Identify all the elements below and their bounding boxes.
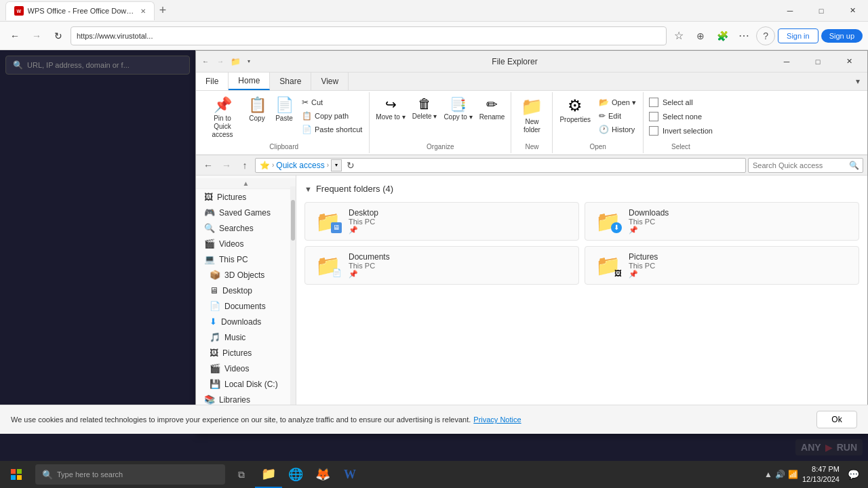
maximize-button[interactable]: □ (806, 0, 837, 22)
taskbar-app-edge[interactable]: 🌐 (282, 461, 309, 488)
copy-to-button[interactable]: 📑 Copy to ▾ (440, 94, 475, 123)
paste-button[interactable]: 📄 Paste (271, 94, 298, 125)
tab-close-icon[interactable]: ✕ (140, 7, 146, 15)
fe-back-icon[interactable]: ← (199, 55, 212, 68)
sidebar-item-3d-objects[interactable]: 📦 3D Objects (196, 267, 296, 283)
sign-up-button[interactable]: Sign up (821, 29, 863, 43)
paste-shortcut-button[interactable]: 📄 Paste shortcut (298, 123, 366, 136)
tab-view[interactable]: View (311, 73, 349, 90)
tab-file[interactable]: File (196, 73, 229, 90)
open-group: ⚙ Properties 📂 Open ▾ ✏ Edit (553, 92, 644, 153)
sidebar-item-pictures[interactable]: 🖼 Pictures (196, 189, 296, 205)
breadcrumb-item[interactable]: Quick access (276, 161, 324, 170)
taskbar-time[interactable]: 8:47 PM 12/13/2024 (802, 464, 840, 485)
organize-group: ↪ Move to ▾ 🗑 Delete ▾ 📑 Copy to ▾ ✏ (370, 92, 511, 153)
fe-minimize-button[interactable]: ─ (771, 51, 802, 73)
taskbar-app-firefox[interactable]: 🦊 (309, 461, 336, 488)
select-all-button[interactable]: Select all (646, 96, 715, 108)
pin-quick-access-button[interactable]: 📌 Pin to Quickaccess (201, 94, 243, 142)
copy-button[interactable]: 📋 Copy (243, 94, 271, 125)
sidebar-item-downloads[interactable]: ⬇ Downloads (196, 314, 296, 329)
privacy-notice-link[interactable]: Privacy Notice (473, 415, 521, 424)
help-icon[interactable]: ? (756, 26, 775, 45)
sidebar-item-saved-games[interactable]: 🎮 Saved Games (196, 205, 296, 220)
browser-tab[interactable]: W WPS Office - Free Office Downl... ✕ (5, 1, 155, 20)
task-view-button[interactable]: ⧉ (228, 461, 255, 488)
address-bar[interactable] (71, 26, 667, 45)
edit-button[interactable]: ✏ Edit (595, 110, 640, 122)
taskbar-app-explorer[interactable]: 📁 (255, 461, 282, 488)
nav-up-button[interactable]: ↑ (237, 157, 253, 174)
cut-button[interactable]: ✂ Cut (298, 96, 366, 108)
sidebar-item-searches[interactable]: 🔍 Searches (196, 220, 296, 236)
breadcrumb-bar[interactable]: ⭐ › Quick access › ▾ ↻ (255, 158, 746, 173)
sidebar-item-pictures2[interactable]: 🖼 Pictures (196, 345, 296, 361)
scroll-up-button[interactable]: ▲ (196, 178, 296, 189)
nav-forward-button[interactable]: → (218, 157, 235, 174)
select-none-button[interactable]: Select none (646, 110, 715, 123)
taskbar-app-word[interactable]: W (336, 461, 363, 488)
fe-forward-icon[interactable]: → (214, 55, 227, 68)
star-icon[interactable]: ☆ (669, 26, 688, 45)
sidebar-item-desktop[interactable]: 🖥 Desktop (196, 283, 296, 298)
move-to-icon: ↪ (385, 96, 397, 113)
section-expand-icon[interactable]: ▼ (304, 185, 312, 193)
taskbar-search[interactable]: 🔍 Type here to search (35, 464, 225, 485)
search-input[interactable] (753, 161, 846, 169)
tab-home[interactable]: Home (229, 73, 270, 90)
fe-folder-icon: 📁 (229, 55, 242, 68)
breadcrumb-dropdown[interactable]: ▾ (331, 159, 342, 171)
settings-icon[interactable]: ⋯ (734, 26, 753, 45)
sign-in-button[interactable]: Sign in (778, 28, 818, 43)
sidebar-item-videos[interactable]: 🎬 Videos (196, 236, 296, 251)
fe-arrow-down[interactable]: ▾ (243, 55, 254, 68)
delete-button[interactable]: 🗑 Delete ▾ (409, 94, 441, 123)
sidebar-item-music[interactable]: 🎵 Music (196, 329, 296, 345)
clipboard-label: Clipboard (201, 142, 366, 150)
folder-desktop-path: This PC (349, 218, 570, 226)
properties-button[interactable]: ⚙ Properties (555, 94, 595, 126)
sidebar-item-local-disk[interactable]: 💾 Local Disk (C:) (196, 376, 296, 392)
open-button[interactable]: 📂 Open ▾ (595, 96, 640, 108)
sidebar-item-videos2[interactable]: 🎬 Videos (196, 361, 296, 376)
select-group: Select all Select none Invert selection … (644, 92, 718, 153)
copy-path-button[interactable]: 📋 Copy path (298, 110, 366, 122)
folder-desktop[interactable]: 📁 🖥 Desktop This PC 📌 (304, 202, 579, 241)
taskbar-system-icons[interactable]: ▲ 🔊 📶 (764, 470, 798, 479)
ok-button[interactable]: Ok (816, 411, 857, 428)
minimize-button[interactable]: ─ (774, 0, 806, 22)
new-folder-button[interactable]: 📁 Newfolder (514, 94, 549, 137)
search-box[interactable]: 🔍 (748, 158, 863, 173)
favorites-icon[interactable]: ⊕ (691, 26, 710, 45)
new-group: 📁 Newfolder New (511, 92, 553, 153)
invert-selection-button[interactable]: Invert selection (646, 125, 715, 137)
history-button[interactable]: 🕐 History (595, 123, 640, 136)
move-to-button[interactable]: ↪ Move to ▾ (372, 94, 408, 123)
nav-refresh-button[interactable]: ↻ (347, 160, 355, 171)
refresh-button[interactable]: ↻ (49, 26, 68, 45)
start-button[interactable] (0, 461, 33, 488)
extensions-icon[interactable]: 🧩 (713, 26, 732, 45)
notification-button[interactable]: 💬 (844, 465, 863, 484)
fe-maximize-button[interactable]: □ (802, 51, 833, 73)
sidebar-item-documents[interactable]: 📄 Documents (196, 298, 296, 314)
nav-back-button[interactable]: ← (200, 157, 216, 174)
fe-close-button[interactable]: ✕ (833, 51, 865, 73)
libraries-icon: 📚 (204, 394, 215, 405)
forward-button[interactable]: → (27, 26, 46, 45)
tab-share[interactable]: Share (270, 73, 311, 90)
folder-pictures[interactable]: 📁 🖼 Pictures This PC 📌 (585, 246, 859, 285)
ribbon-expand-icon[interactable]: ▾ (848, 73, 867, 90)
select-label: Select (646, 142, 715, 150)
back-button[interactable]: ← (5, 26, 24, 45)
new-tab-button[interactable]: + (155, 3, 171, 19)
folder-pictures-path: This PC (629, 262, 850, 270)
close-button[interactable]: ✕ (837, 0, 868, 22)
folder-downloads[interactable]: 📁 ⬇ Downloads This PC 📌 (585, 202, 859, 241)
rename-button[interactable]: ✏ Rename (476, 94, 509, 123)
saved-games-icon: 🎮 (204, 207, 215, 218)
videos2-icon: 🎬 (210, 363, 220, 373)
sidebar-item-this-pc[interactable]: 💻 This PC (196, 251, 296, 267)
vt-search-input[interactable]: 🔍 URL, IP address, domain or f... (5, 56, 190, 75)
folder-documents[interactable]: 📁 📄 Documents This PC 📌 (304, 246, 579, 285)
